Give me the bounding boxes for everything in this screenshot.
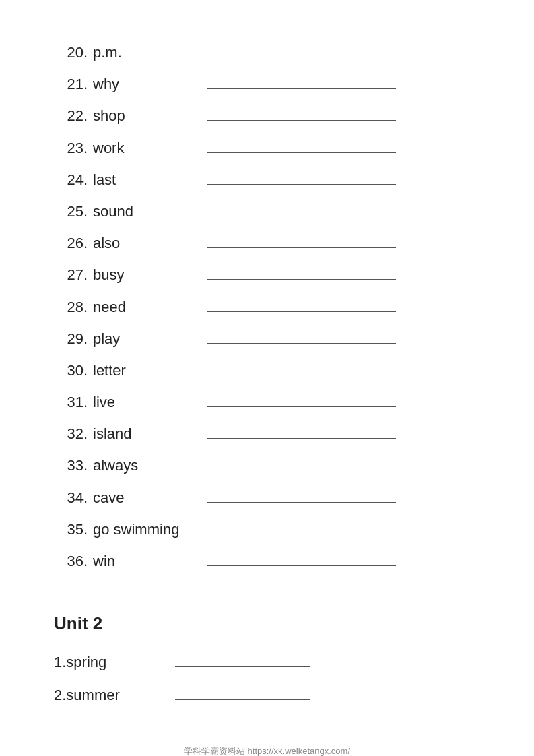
unit-list-item: 1.spring <box>54 650 480 674</box>
item-line <box>207 215 396 216</box>
vocab-item: 35. go swimming <box>54 517 480 541</box>
vocab-item: 25. sound <box>54 199 480 223</box>
vocab-item: 21. why <box>54 72 480 96</box>
item-number: 26. <box>54 231 88 255</box>
unit-item-line <box>175 666 310 667</box>
footer-text: 学科学霸资料站 https://xk.weiketangx.com/ <box>184 746 350 756</box>
item-line <box>207 374 396 375</box>
vocab-item: 27. busy <box>54 263 480 286</box>
item-number: 34. <box>54 486 88 509</box>
item-line <box>207 533 396 534</box>
vocab-item: 23. work <box>54 136 480 160</box>
page-content: 20. p.m. 21. why 22. shop 23. work 24. l… <box>0 0 534 756</box>
unit-list-item: 2.summer <box>54 683 480 707</box>
item-line <box>207 183 396 185</box>
item-word: need <box>93 295 201 319</box>
vocab-item: 22. shop <box>54 104 480 127</box>
item-word: why <box>93 72 201 96</box>
vocab-item: 30. letter <box>54 358 480 382</box>
unit-2-list: 1.spring 2.summer <box>54 650 480 707</box>
item-word: play <box>93 327 201 350</box>
item-number: 29. <box>54 327 88 350</box>
item-line <box>207 469 396 470</box>
item-line <box>207 406 396 407</box>
unit-2-section: Unit 2 1.spring 2.summer <box>54 613 480 707</box>
item-word: work <box>93 136 201 160</box>
item-number: 35. <box>54 517 88 541</box>
unit-item-line <box>175 699 310 700</box>
item-number: 25. <box>54 199 88 223</box>
item-number: 20. <box>54 40 88 64</box>
item-number: 30. <box>54 358 88 382</box>
item-number: 32. <box>54 422 88 445</box>
footer: 学科学霸资料站 https://xk.weiketangx.com/ <box>0 745 534 756</box>
item-line <box>207 501 396 503</box>
vocab-item: 26. also <box>54 231 480 255</box>
vocab-item: 28. need <box>54 295 480 319</box>
item-word: p.m. <box>93 40 201 64</box>
item-line <box>207 56 396 57</box>
item-number: 36. <box>54 549 88 573</box>
vocab-item: 20. p.m. <box>54 40 480 64</box>
item-number: 28. <box>54 295 88 319</box>
item-line <box>207 565 396 566</box>
item-word: letter <box>93 358 201 382</box>
item-word: island <box>93 422 201 445</box>
item-word: shop <box>93 104 201 127</box>
vocab-item: 24. last <box>54 168 480 191</box>
vocab-item: 31. live <box>54 390 480 414</box>
vocab-item: 36. win <box>54 549 480 573</box>
item-word: last <box>93 168 201 191</box>
item-number: 27. <box>54 263 88 286</box>
item-line <box>207 119 396 121</box>
item-word: live <box>93 390 201 414</box>
item-number: 33. <box>54 453 88 477</box>
item-number: 31. <box>54 390 88 414</box>
item-number: 21. <box>54 72 88 96</box>
item-word: also <box>93 231 201 255</box>
vocab-item: 33. always <box>54 453 480 477</box>
item-word: sound <box>93 199 201 223</box>
item-line <box>207 152 396 153</box>
item-number: 22. <box>54 104 88 127</box>
vocab-list: 20. p.m. 21. why 22. shop 23. work 24. l… <box>54 40 480 573</box>
item-line <box>207 88 396 89</box>
item-word: busy <box>93 263 201 286</box>
item-line <box>207 247 396 248</box>
item-number: 23. <box>54 136 88 160</box>
item-word: always <box>93 453 201 477</box>
item-line <box>207 311 396 312</box>
unit-item-label: 1.spring <box>54 650 168 674</box>
item-line <box>207 278 396 280</box>
item-word: win <box>93 549 201 573</box>
item-word: go swimming <box>93 517 201 541</box>
unit-2-title: Unit 2 <box>54 613 480 634</box>
item-number: 24. <box>54 168 88 191</box>
item-line <box>207 342 396 344</box>
item-word: cave <box>93 486 201 509</box>
item-line <box>207 437 396 439</box>
unit-item-label: 2.summer <box>54 683 168 707</box>
vocab-item: 34. cave <box>54 486 480 509</box>
vocab-item: 29. play <box>54 327 480 350</box>
vocab-item: 32. island <box>54 422 480 445</box>
